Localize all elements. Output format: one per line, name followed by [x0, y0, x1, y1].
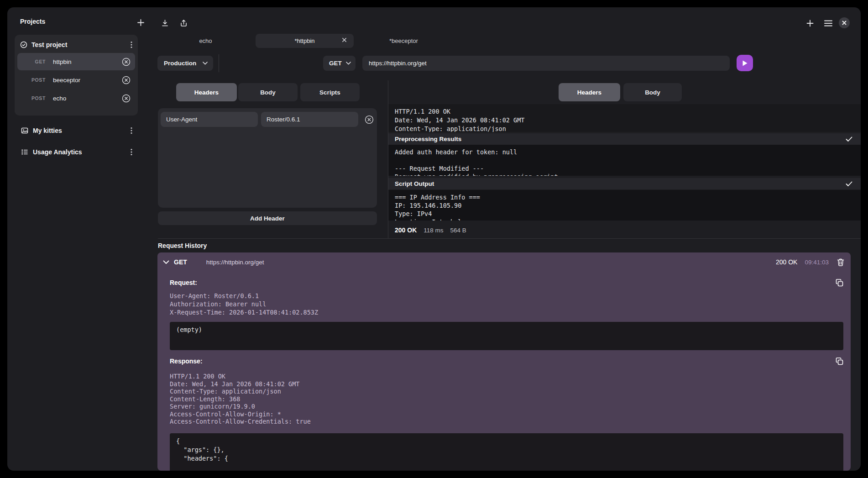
chevron-down-icon[interactable] [163, 260, 169, 264]
kebab-menu-icon[interactable] [131, 41, 132, 48]
chevron-down-icon [346, 62, 351, 65]
remove-request-icon[interactable] [122, 58, 131, 66]
history-entry-body: Request: User-Agent: Roster/0.6.1 Author… [157, 278, 851, 471]
response-tab-body[interactable]: Body [623, 83, 682, 101]
request-name: beeceptor [53, 77, 122, 84]
tab-label: echo [199, 37, 212, 44]
send-request-button[interactable] [737, 55, 753, 71]
sidebar-request-echo[interactable]: POST echo [17, 89, 135, 107]
header-row [161, 112, 374, 127]
check-icon [846, 137, 852, 142]
plus-icon [137, 19, 145, 26]
script-output-text: === IP Address Info === IP: 195.146.105.… [395, 193, 854, 221]
copy-icon[interactable] [836, 279, 843, 287]
sidebar-item-usage-analytics[interactable]: Usage Analytics [7, 145, 151, 159]
request-name: echo [53, 95, 122, 102]
request-tab-scripts[interactable]: Scripts [300, 83, 360, 101]
section-title: Script Output [395, 180, 846, 187]
request-name: httpbin [53, 58, 122, 65]
sidebar: Projects Test project GET httpbin POST b… [7, 7, 151, 471]
tab-label: Headers [577, 89, 601, 96]
check-icon [846, 181, 852, 187]
method-select[interactable]: GET [323, 56, 356, 71]
url-input[interactable]: https://httpbin.org/get [362, 56, 730, 71]
sidebar-item-label: Usage Analytics [33, 148, 131, 156]
preprocessing-results-header[interactable]: Preprocessing Results [388, 133, 861, 145]
tab-httpbin[interactable]: *httpbin [256, 34, 354, 48]
play-icon [742, 60, 748, 67]
request-method: POST [17, 77, 46, 83]
image-icon [21, 127, 28, 134]
tab-beeceptor[interactable]: *beeceptor [355, 34, 453, 48]
close-window-button[interactable] [839, 17, 850, 28]
add-project-button[interactable] [137, 19, 145, 26]
close-tab-icon[interactable] [342, 37, 347, 42]
environment-select[interactable]: Production [157, 56, 213, 71]
status-size: 564 B [450, 227, 466, 234]
script-output: === IP Address Info === IP: 195.146.105.… [388, 190, 861, 221]
request-tab-headers[interactable]: Headers [176, 83, 237, 101]
export-button[interactable] [180, 19, 188, 27]
sidebar-item-label: My kitties [33, 127, 131, 134]
hamburger-icon [824, 20, 832, 26]
toolbar-divider [219, 54, 219, 72]
remove-header-icon[interactable] [365, 115, 374, 124]
import-button[interactable] [161, 19, 169, 27]
sidebar-title: Projects [20, 18, 45, 25]
project-header[interactable]: Test project [17, 37, 135, 52]
request-headers-editor [158, 108, 377, 208]
project-group: Test project GET httpbin POST beeceptor … [15, 35, 138, 116]
section-title: Preprocessing Results [395, 136, 846, 142]
response-section-label: Response: [170, 357, 203, 365]
app-window: Projects Test project GET httpbin POST b… [7, 7, 861, 471]
response-headers-preview: HTTP/1.1 200 OK Date: Wed, 14 Jan 2026 0… [388, 104, 861, 132]
kebab-menu-icon[interactable] [131, 148, 132, 156]
script-output-header[interactable]: Script Output [388, 178, 861, 189]
tab-label: Scripts [319, 89, 340, 96]
method-label: GET [329, 60, 342, 67]
response-tab-headers[interactable]: Headers [559, 83, 620, 101]
project-name: Test project [31, 41, 131, 48]
header-value-input[interactable] [261, 112, 358, 127]
tab-label: *httpbin [294, 37, 314, 44]
status-code: 200 OK [395, 226, 417, 234]
sidebar-request-httpbin[interactable]: GET httpbin [17, 53, 135, 70]
tab-label: Headers [194, 89, 219, 96]
clock-check-icon [20, 41, 27, 48]
sidebar-request-beeceptor[interactable]: POST beeceptor [17, 71, 135, 89]
download-icon [161, 19, 169, 27]
request-method: GET [17, 59, 46, 64]
history-request-headers: User-Agent: Roster/0.6.1 Authorization: … [170, 292, 843, 316]
history-url: https://httpbin.org/get [206, 259, 776, 266]
response-headers-text: HTTP/1.1 200 OK Date: Wed, 14 Jan 2026 0… [395, 107, 854, 132]
sidebar-item-my-kitties[interactable]: My kitties [7, 123, 151, 138]
preprocessing-output: Added auth header for token: null --- Re… [388, 145, 861, 176]
chevron-down-icon [203, 62, 208, 65]
status-duration: 118 ms [424, 227, 443, 234]
request-body-text: (empty) [176, 326, 837, 334]
history-status: 200 OK [776, 258, 797, 266]
tab-echo[interactable]: echo [157, 34, 255, 48]
remove-request-icon[interactable] [122, 76, 131, 84]
menu-button[interactable] [824, 20, 832, 26]
history-request-body: (empty) [170, 322, 843, 350]
history-entry-header[interactable]: GET https://httpbin.org/get 200 OK 09:41… [157, 252, 851, 272]
header-key-input[interactable] [161, 112, 258, 127]
history-entry: GET https://httpbin.org/get 200 OK 09:41… [157, 252, 851, 471]
tab-label: *beeceptor [389, 37, 418, 44]
copy-icon[interactable] [836, 357, 843, 365]
remove-request-icon[interactable] [122, 94, 131, 103]
add-header-button[interactable]: Add Header [158, 211, 377, 225]
history-title: Request History [158, 242, 207, 249]
request-tab-body[interactable]: Body [238, 83, 298, 101]
response-status-bar: 200 OK 118 ms 564 B [395, 225, 466, 236]
kebab-menu-icon[interactable] [131, 127, 132, 134]
preprocessing-text: Added auth header for token: null --- Re… [395, 148, 854, 176]
tab-label: Body [260, 89, 276, 96]
new-tab-button[interactable] [806, 19, 814, 27]
plus-icon [806, 19, 814, 27]
history-response-body: { "args": {}, "headers": { [170, 433, 843, 471]
environment-label: Production [164, 60, 196, 67]
close-icon [842, 21, 847, 25]
trash-icon[interactable] [837, 258, 844, 266]
